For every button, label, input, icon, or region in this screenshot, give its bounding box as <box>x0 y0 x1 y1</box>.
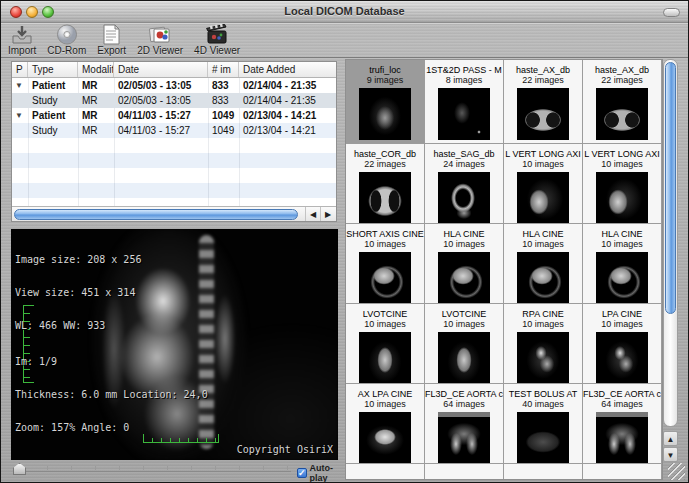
series-thumbnail[interactable]: trufi_loc 9 images <box>346 60 425 144</box>
window-resize-grip[interactable] <box>668 463 685 480</box>
series-thumbnail-image <box>596 88 648 140</box>
series-thumbnail[interactable]: SHORT AXIS CINE 10 images <box>346 224 425 304</box>
series-thumbnail-image <box>517 252 569 303</box>
vertical-scrollbar-thumb[interactable] <box>665 62 676 314</box>
column-header-num-images[interactable]: # im <box>208 62 239 77</box>
series-thumbnail-image <box>359 88 411 140</box>
series-name: L VERT LONG AXI <box>584 149 659 159</box>
column-header-date[interactable]: Date <box>114 62 208 77</box>
series-name: haste_SAG_db <box>433 149 494 159</box>
2d-viewer-button[interactable]: 2D Viewer <box>137 24 183 56</box>
table-row[interactable]: ▼ Patient MR 02/05/03 - 13:05 833 02/14/… <box>12 78 336 93</box>
table-horizontal-scrollbar[interactable]: ◀ ▶ <box>12 206 336 221</box>
series-name: FL3D_CE AORTA c <box>583 389 661 399</box>
row-image-count: 833 <box>208 80 239 91</box>
series-thumbnail-image <box>517 172 569 223</box>
image-preview[interactable]: Image size: 208 x 256 View size: 451 x 3… <box>11 229 338 460</box>
import-icon <box>11 24 33 45</box>
series-thumbnail[interactable]: haste_COR_db 22 images <box>346 144 425 224</box>
column-header-p[interactable]: P <box>12 62 28 77</box>
series-thumbnail[interactable]: FL3D_CE AORTA c 64 images <box>583 384 662 464</box>
series-thumbnail[interactable]: HLA CINE 10 images <box>425 224 504 304</box>
table-row[interactable]: Study MR 04/11/03 - 15:27 1049 02/13/04 … <box>12 123 336 138</box>
series-image-count: 24 images <box>443 159 485 169</box>
row-date: 04/11/03 - 15:27 <box>114 125 208 136</box>
series-thumbnail[interactable]: LPA CINE 10 images <box>583 304 662 384</box>
scroll-left-arrow[interactable]: ◀ <box>305 207 320 221</box>
series-thumbnail-image <box>596 332 648 383</box>
series-image-count: 10 images <box>601 239 643 249</box>
disclosure-triangle-icon[interactable]: ▼ <box>12 81 28 90</box>
series-image-count: 64 images <box>443 399 485 409</box>
row-modality: MR <box>78 80 114 91</box>
frame-slider-thumb[interactable] <box>13 463 26 475</box>
series-image-count: 40 images <box>522 399 564 409</box>
2d-viewer-label: 2D Viewer <box>137 45 183 56</box>
series-name: haste_AX_db <box>516 65 570 75</box>
scroll-right-arrow[interactable]: ▶ <box>320 207 335 221</box>
series-image-count: 22 images <box>364 159 406 169</box>
row-type: Patient <box>28 110 78 121</box>
window-title: Local DICOM Database <box>1 5 688 17</box>
empty-cell <box>583 464 662 480</box>
series-thumbnail[interactable]: AX LPA CINE 10 images <box>346 384 425 464</box>
row-type: Study <box>28 95 78 106</box>
series-image-count: 10 images <box>601 159 643 169</box>
series-image-count: 8 images <box>446 75 483 85</box>
series-thumbnail[interactable]: 1ST&2D PASS - M 8 images <box>425 60 504 144</box>
series-thumbnail[interactable]: haste_AX_db 22 images <box>583 60 662 144</box>
scroll-down-arrow[interactable]: ▼ <box>663 447 678 462</box>
cdrom-button[interactable]: CD-Rom <box>47 24 86 56</box>
4d-viewer-button[interactable]: 4D Viewer <box>194 24 240 56</box>
series-name: haste_COR_db <box>354 149 416 159</box>
series-thumbnail[interactable]: HLA CINE 10 images <box>583 224 662 304</box>
row-date-added: 02/13/04 - 14:21 <box>239 110 336 121</box>
row-date: 02/05/03 - 13:05 <box>114 80 208 91</box>
export-button[interactable]: Export <box>97 24 126 56</box>
series-thumbnail[interactable]: LVOTCINE 10 images <box>346 304 425 384</box>
column-header-modality[interactable]: Modality <box>78 62 114 77</box>
cdrom-label: CD-Rom <box>47 45 86 56</box>
disclosure-triangle-icon[interactable]: ▼ <box>12 111 28 120</box>
row-date: 02/05/03 - 13:05 <box>114 95 208 106</box>
series-thumbnail[interactable]: HLA CINE 10 images <box>504 224 583 304</box>
column-header-type[interactable]: Type <box>28 62 78 77</box>
frame-slider-track[interactable] <box>23 466 291 472</box>
table-row[interactable]: ▼ Patient MR 04/11/03 - 15:27 1049 02/13… <box>12 108 336 123</box>
series-thumbnail-image <box>438 332 490 383</box>
4d-viewer-icon <box>206 24 228 45</box>
series-thumbnail-image <box>596 252 648 303</box>
series-name: 1ST&2D PASS - M <box>426 65 501 75</box>
series-thumbnail[interactable]: FL3D_CE AORTA c 64 images <box>425 384 504 464</box>
horizontal-scrollbar-thumb[interactable] <box>14 209 298 220</box>
toolbar-toggle-button[interactable] <box>663 8 680 17</box>
column-header-date-added[interactable]: Date Added <box>239 62 336 77</box>
title-bar[interactable]: Local DICOM Database <box>1 1 688 23</box>
row-modality: MR <box>78 95 114 106</box>
row-type: Patient <box>28 80 78 91</box>
autoplay-checkbox[interactable]: ✓ <box>297 468 307 478</box>
table-header: P Type Modality Date # im Date Added <box>12 62 336 78</box>
scroll-up-arrow[interactable]: ▲ <box>663 431 678 446</box>
table-row[interactable]: Study MR 02/05/03 - 13:05 833 02/14/04 -… <box>12 93 336 108</box>
series-name: haste_AX_db <box>595 65 649 75</box>
main-toolbar: Import CD-Rom Export 2D Viewer 4D Viewer <box>1 23 688 58</box>
import-button[interactable]: Import <box>8 24 36 56</box>
series-thumbnail[interactable]: TEST BOLUS AT 40 images <box>504 384 583 464</box>
series-thumbnail[interactable]: L VERT LONG AXI 10 images <box>504 144 583 224</box>
series-thumbnail[interactable]: LVOTCINE 10 images <box>425 304 504 384</box>
series-image-count: 22 images <box>522 75 564 85</box>
overlay-zoom-angle: Zoom: 157% Angle: 0 <box>15 422 208 433</box>
series-thumbnail[interactable]: haste_SAG_db 24 images <box>425 144 504 224</box>
4d-viewer-label: 4D Viewer <box>194 45 240 56</box>
row-date-added: 02/13/04 - 14:21 <box>239 125 336 136</box>
series-thumbnail[interactable]: haste_AX_db 22 images <box>504 60 583 144</box>
overlay-view-size: View size: 451 x 314 <box>15 287 141 298</box>
series-name: RPA CINE <box>522 309 563 319</box>
matrix-vertical-scrollbar[interactable] <box>663 59 678 427</box>
series-image-count: 10 images <box>522 239 564 249</box>
series-thumbnail[interactable]: L VERT LONG AXI 10 images <box>583 144 662 224</box>
row-image-count: 1049 <box>208 125 239 136</box>
series-thumbnail[interactable]: RPA CINE 10 images <box>504 304 583 384</box>
series-image-count: 22 images <box>601 75 643 85</box>
